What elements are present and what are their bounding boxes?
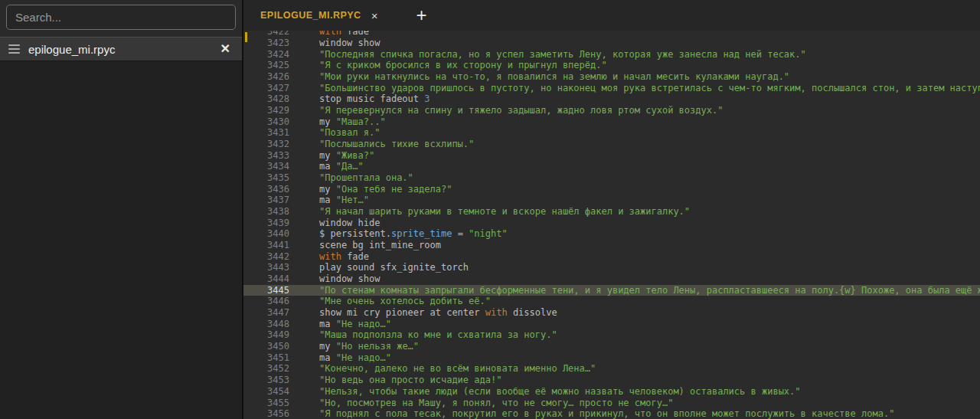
code-text: $ persistent.sprite_time = "night" — [289, 228, 508, 240]
line-number: 3422 — [243, 31, 289, 38]
code-line[interactable]: 3447show mi cry pioneer at center with d… — [243, 307, 980, 319]
code-line[interactable]: 3441scene bg int_mine_room — [243, 240, 980, 251]
code-text: my "Маша?.." — [289, 116, 386, 128]
code-text: window show — [289, 273, 380, 285]
code-line[interactable]: 3425"Я с криком бросился в их сторону и … — [243, 60, 980, 71]
code-line[interactable]: 3454"Нельзя, чтобы такие люди (если вооб… — [243, 386, 980, 398]
list-icon — [8, 44, 20, 54]
code-text: "Прошептала она." — [289, 172, 413, 184]
code-text: "Я поднял с пола тесак, покрутил его в р… — [289, 408, 894, 419]
code-line[interactable]: 3426"Мои руки наткнулись на что-то, я по… — [243, 71, 980, 83]
code-text: "Последняя спичка погасла, но я успел за… — [289, 49, 806, 61]
code-line[interactable]: 3432"Послышались тихие всхлипы." — [243, 139, 980, 150]
code-editor[interactable]: 3422with fade3423window show3424"Последн… — [243, 31, 980, 419]
line-number: 3432 — [243, 139, 289, 150]
code-text: "Я начал шарить руками в темноте и вскор… — [289, 206, 690, 218]
code-line[interactable]: 3452"Конечно, далеко не во всём виновата… — [243, 363, 980, 375]
code-line[interactable]: 3428stop music fadeout 3 — [243, 93, 980, 105]
code-line[interactable]: 3449"Маша подползла ко мне и схватила за… — [243, 329, 980, 341]
code-text: "Позвал я." — [289, 127, 380, 139]
line-number: 3435 — [243, 172, 289, 184]
search-input[interactable] — [6, 5, 236, 30]
code-text: scene bg int_mine_room — [289, 240, 441, 251]
code-text: window show — [289, 38, 380, 49]
code-text: "Большинство ударов пришлось в пустоту, … — [289, 83, 980, 94]
code-text: with fade — [289, 251, 369, 263]
code-line[interactable]: 3444window show — [243, 273, 980, 285]
line-number: 3451 — [243, 352, 289, 364]
line-number: 3431 — [243, 127, 289, 139]
code-text: "Маша подползла ко мне и схватила за ног… — [289, 329, 557, 341]
code-line[interactable]: 3430my "Маша?.." — [243, 116, 980, 128]
code-line[interactable]: 3424"Последняя спичка погасла, но я успе… — [243, 49, 980, 61]
code-line[interactable]: 3422with fade — [243, 31, 980, 38]
line-number: 3426 — [243, 71, 289, 83]
editor-pane: EPILOGUE_MI.RPYC × + 3422with fade3423wi… — [243, 0, 980, 419]
code-text: stop music fadeout 3 — [289, 93, 430, 105]
code-line[interactable]: 3448ma "Не надо…" — [243, 319, 980, 330]
code-text: "Я перевернулся на спину и тяжело задыша… — [289, 105, 723, 116]
code-text: "Конечно, далеко не во всём виновата име… — [289, 363, 596, 375]
code-text: ma "Не надо…" — [289, 319, 391, 330]
code-text: my "Она тебя не задела?" — [289, 184, 452, 195]
code-line[interactable]: 3439window hide — [243, 218, 980, 229]
code-line[interactable]: 3446"Мне очень хотелось добить её." — [243, 296, 980, 307]
line-number: 3441 — [243, 240, 289, 251]
line-number: 3424 — [243, 49, 289, 61]
line-number: 3444 — [243, 273, 289, 285]
line-number: 3434 — [243, 161, 289, 172]
line-number: 3446 — [243, 296, 289, 307]
line-number: 3455 — [243, 398, 289, 409]
code-line[interactable]: 3451ma "Не надо…" — [243, 352, 980, 364]
code-line[interactable]: 3456"Я поднял с пола тесак, покрутил его… — [243, 408, 980, 419]
code-text: show mi cry pioneer at center with disso… — [289, 307, 557, 319]
file-list-item[interactable]: epilogue_mi.rpyc ✕ — [0, 37, 242, 61]
tab-close-icon[interactable]: × — [371, 10, 378, 21]
search-bar — [0, 0, 242, 37]
code-line[interactable]: 3443play sound sfx_ignite_torch — [243, 262, 980, 273]
code-line[interactable]: 3445"По стенам комнаты запрыгали бесформ… — [243, 285, 980, 296]
code-line[interactable]: 3437ma "Нет…" — [243, 195, 980, 206]
line-number: 3448 — [243, 319, 289, 330]
code-text: "Я с криком бросился в их сторону и прыг… — [289, 60, 607, 71]
line-number: 3438 — [243, 206, 289, 218]
tab-label: EPILOGUE_MI.RPYC — [260, 10, 361, 21]
app-window: epilogue_mi.rpyc ✕ EPILOGUE_MI.RPYC × + … — [0, 0, 980, 419]
line-number: 3436 — [243, 184, 289, 195]
code-line[interactable]: 3453"Но ведь она просто исчадие ада!" — [243, 375, 980, 386]
line-number: 3425 — [243, 60, 289, 71]
code-line[interactable]: 3435"Прошептала она." — [243, 172, 980, 184]
line-number: 3430 — [243, 116, 289, 128]
code-text: "Но ведь она просто исчадие ада!" — [289, 375, 501, 386]
line-number: 3449 — [243, 329, 289, 341]
line-number: 3450 — [243, 341, 289, 352]
tab-epilogue-mi[interactable]: EPILOGUE_MI.RPYC × — [243, 0, 388, 31]
line-number: 3433 — [243, 150, 289, 162]
line-number: 3440 — [243, 228, 289, 240]
new-tab-button[interactable]: + — [411, 6, 431, 25]
code-line[interactable]: 3429"Я перевернулся на спину и тяжело за… — [243, 105, 980, 116]
code-line[interactable]: 3455"Но, посмотрев на Машу, я понял, что… — [243, 398, 980, 409]
line-number: 3442 — [243, 251, 289, 263]
code-line[interactable]: 3450my "Но нельзя же…" — [243, 341, 980, 352]
code-line[interactable]: 3433my "Жива?" — [243, 150, 980, 162]
line-number: 3447 — [243, 307, 289, 319]
close-icon[interactable]: ✕ — [217, 41, 234, 57]
code-line[interactable]: 3423window show — [243, 38, 980, 49]
code-line[interactable]: 3442with fade — [243, 251, 980, 263]
code-line[interactable]: 3427"Большинство ударов пришлось в пусто… — [243, 83, 980, 94]
code-line[interactable]: 3438"Я начал шарить руками в темноте и в… — [243, 206, 980, 218]
sidebar: epilogue_mi.rpyc ✕ — [0, 0, 243, 419]
code-text: with fade — [289, 31, 369, 38]
code-line[interactable]: 3431"Позвал я." — [243, 127, 980, 139]
line-number: 3427 — [243, 83, 289, 94]
code-text: "Послышались тихие всхлипы." — [289, 139, 474, 150]
file-name: epilogue_mi.rpyc — [28, 43, 209, 56]
code-line[interactable]: 3440$ persistent.sprite_time = "night" — [243, 228, 980, 240]
code-line[interactable]: 3436my "Она тебя не задела?" — [243, 184, 980, 195]
code-text: window hide — [289, 218, 380, 229]
line-number: 3429 — [243, 105, 289, 116]
code-text: my "Но нельзя же…" — [289, 341, 419, 352]
line-number: 3428 — [243, 93, 289, 105]
code-line[interactable]: 3434ma "Да…" — [243, 161, 980, 172]
